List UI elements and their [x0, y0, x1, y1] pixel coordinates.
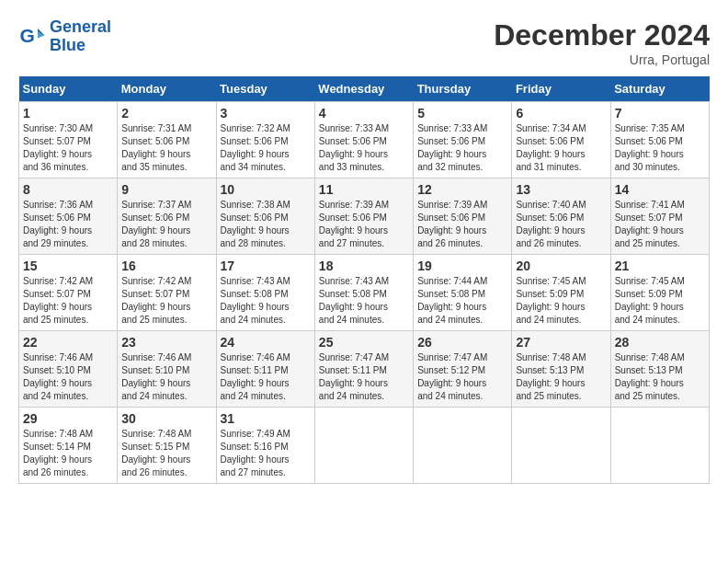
day-info: Sunrise: 7:49 AMSunset: 5:16 PMDaylight:… [221, 429, 290, 477]
calendar-cell: 23Sunrise: 7:46 AMSunset: 5:10 PMDayligh… [118, 331, 216, 408]
day-number: 24 [221, 335, 311, 350]
page-header: G General Blue December 2024 Urra, Portu… [18, 18, 710, 67]
calendar-cell: 21Sunrise: 7:45 AMSunset: 5:09 PMDayligh… [610, 255, 709, 331]
calendar-cell: 15Sunrise: 7:42 AMSunset: 5:07 PMDayligh… [19, 255, 118, 331]
calendar-cell: 27Sunrise: 7:48 AMSunset: 5:13 PMDayligh… [512, 331, 610, 408]
day-number: 16 [121, 259, 211, 273]
day-number: 11 [319, 182, 409, 197]
day-number: 31 [221, 411, 311, 426]
day-info: Sunrise: 7:48 AMSunset: 5:13 PMDaylight:… [516, 352, 586, 401]
calendar-cell: 25Sunrise: 7:47 AMSunset: 5:11 PMDayligh… [314, 331, 413, 408]
day-number: 20 [516, 259, 606, 273]
calendar-cell: 26Sunrise: 7:47 AMSunset: 5:12 PMDayligh… [414, 331, 512, 408]
calendar-week-4: 22Sunrise: 7:46 AMSunset: 5:10 PMDayligh… [19, 331, 710, 408]
calendar-cell: 12Sunrise: 7:39 AMSunset: 5:06 PMDayligh… [414, 178, 512, 255]
calendar-cell: 30Sunrise: 7:48 AMSunset: 5:15 PMDayligh… [118, 408, 216, 484]
day-info: Sunrise: 7:42 AMSunset: 5:07 PMDaylight:… [121, 276, 191, 325]
day-number: 3 [221, 106, 311, 121]
calendar-cell: 22Sunrise: 7:46 AMSunset: 5:10 PMDayligh… [19, 331, 118, 408]
calendar-cell [512, 408, 610, 484]
day-info: Sunrise: 7:43 AMSunset: 5:08 PMDaylight:… [221, 276, 290, 325]
calendar-table: Sunday Monday Tuesday Wednesday Thursday… [18, 76, 710, 484]
day-info: Sunrise: 7:33 AMSunset: 5:06 PMDaylight:… [319, 123, 389, 172]
logo-text: General Blue [50, 18, 111, 55]
calendar-week-5: 29Sunrise: 7:48 AMSunset: 5:14 PMDayligh… [19, 408, 710, 484]
calendar-week-1: 1Sunrise: 7:30 AMSunset: 5:07 PMDaylight… [19, 102, 710, 178]
calendar-cell: 13Sunrise: 7:40 AMSunset: 5:06 PMDayligh… [512, 178, 610, 255]
day-info: Sunrise: 7:36 AMSunset: 5:06 PMDaylight:… [23, 200, 93, 248]
day-number: 18 [319, 259, 409, 273]
month-year-title: December 2024 [494, 18, 710, 52]
day-number: 10 [221, 182, 311, 197]
day-number: 15 [23, 259, 113, 273]
day-number: 8 [23, 182, 113, 197]
day-number: 2 [121, 106, 211, 121]
day-number: 17 [221, 259, 311, 273]
day-info: Sunrise: 7:46 AMSunset: 5:11 PMDaylight:… [221, 352, 290, 401]
calendar-cell: 3Sunrise: 7:32 AMSunset: 5:06 PMDaylight… [216, 102, 314, 178]
calendar-cell: 14Sunrise: 7:41 AMSunset: 5:07 PMDayligh… [610, 178, 709, 255]
calendar-cell: 6Sunrise: 7:34 AMSunset: 5:06 PMDaylight… [512, 102, 610, 178]
calendar-cell: 1Sunrise: 7:30 AMSunset: 5:07 PMDaylight… [19, 102, 118, 178]
calendar-cell: 17Sunrise: 7:43 AMSunset: 5:08 PMDayligh… [216, 255, 314, 331]
title-block: December 2024 Urra, Portugal [494, 18, 710, 67]
day-number: 25 [319, 335, 409, 350]
day-number: 13 [516, 182, 606, 197]
calendar-cell [414, 408, 512, 484]
calendar-header: Sunday Monday Tuesday Wednesday Thursday… [19, 76, 710, 102]
logo: G General Blue [18, 18, 111, 55]
svg-text:G: G [20, 25, 35, 46]
day-info: Sunrise: 7:38 AMSunset: 5:06 PMDaylight:… [221, 200, 290, 248]
logo-line2: Blue [50, 36, 85, 54]
header-wednesday: Wednesday [314, 76, 413, 102]
day-number: 19 [417, 259, 507, 273]
day-info: Sunrise: 7:48 AMSunset: 5:14 PMDaylight:… [23, 429, 93, 477]
calendar-cell: 2Sunrise: 7:31 AMSunset: 5:06 PMDaylight… [118, 102, 216, 178]
day-info: Sunrise: 7:44 AMSunset: 5:08 PMDaylight:… [417, 276, 487, 325]
header-thursday: Thursday [414, 76, 512, 102]
calendar-cell: 19Sunrise: 7:44 AMSunset: 5:08 PMDayligh… [414, 255, 512, 331]
day-info: Sunrise: 7:48 AMSunset: 5:13 PMDaylight:… [615, 352, 685, 401]
calendar-cell: 9Sunrise: 7:37 AMSunset: 5:06 PMDaylight… [118, 178, 216, 255]
calendar-cell: 11Sunrise: 7:39 AMSunset: 5:06 PMDayligh… [314, 178, 413, 255]
calendar-cell: 8Sunrise: 7:36 AMSunset: 5:06 PMDaylight… [19, 178, 118, 255]
calendar-cell: 24Sunrise: 7:46 AMSunset: 5:11 PMDayligh… [216, 331, 314, 408]
day-number: 29 [23, 411, 113, 426]
calendar-cell: 5Sunrise: 7:33 AMSunset: 5:06 PMDaylight… [414, 102, 512, 178]
day-info: Sunrise: 7:40 AMSunset: 5:06 PMDaylight:… [516, 200, 586, 248]
day-info: Sunrise: 7:31 AMSunset: 5:06 PMDaylight:… [121, 123, 191, 172]
calendar-cell: 7Sunrise: 7:35 AMSunset: 5:06 PMDaylight… [610, 102, 709, 178]
day-info: Sunrise: 7:39 AMSunset: 5:06 PMDaylight:… [319, 200, 389, 248]
day-info: Sunrise: 7:46 AMSunset: 5:10 PMDaylight:… [23, 352, 93, 401]
header-friday: Friday [512, 76, 610, 102]
calendar-cell [610, 408, 709, 484]
day-number: 6 [516, 106, 606, 121]
day-number: 27 [516, 335, 606, 350]
day-number: 22 [23, 335, 113, 350]
day-number: 7 [615, 106, 705, 121]
day-number: 26 [417, 335, 507, 350]
calendar-cell [314, 408, 413, 484]
day-info: Sunrise: 7:32 AMSunset: 5:06 PMDaylight:… [221, 123, 290, 172]
day-info: Sunrise: 7:42 AMSunset: 5:07 PMDaylight:… [23, 276, 93, 325]
calendar-cell: 18Sunrise: 7:43 AMSunset: 5:08 PMDayligh… [314, 255, 413, 331]
day-number: 1 [23, 106, 113, 121]
day-number: 9 [121, 182, 211, 197]
day-number: 12 [417, 182, 507, 197]
calendar-cell: 29Sunrise: 7:48 AMSunset: 5:14 PMDayligh… [19, 408, 118, 484]
day-number: 21 [615, 259, 705, 273]
location-label: Urra, Portugal [494, 52, 710, 67]
day-info: Sunrise: 7:30 AMSunset: 5:07 PMDaylight:… [23, 123, 93, 172]
day-info: Sunrise: 7:37 AMSunset: 5:06 PMDaylight:… [121, 200, 191, 248]
header-monday: Monday [118, 76, 216, 102]
calendar-cell: 20Sunrise: 7:45 AMSunset: 5:09 PMDayligh… [512, 255, 610, 331]
calendar-cell: 10Sunrise: 7:38 AMSunset: 5:06 PMDayligh… [216, 178, 314, 255]
day-info: Sunrise: 7:34 AMSunset: 5:06 PMDaylight:… [516, 123, 586, 172]
calendar-cell: 31Sunrise: 7:49 AMSunset: 5:16 PMDayligh… [216, 408, 314, 484]
day-info: Sunrise: 7:33 AMSunset: 5:06 PMDaylight:… [417, 123, 487, 172]
day-info: Sunrise: 7:43 AMSunset: 5:08 PMDaylight:… [319, 276, 389, 325]
calendar-cell: 16Sunrise: 7:42 AMSunset: 5:07 PMDayligh… [118, 255, 216, 331]
day-info: Sunrise: 7:45 AMSunset: 5:09 PMDaylight:… [615, 276, 685, 325]
day-number: 14 [615, 182, 705, 197]
header-saturday: Saturday [610, 76, 709, 102]
